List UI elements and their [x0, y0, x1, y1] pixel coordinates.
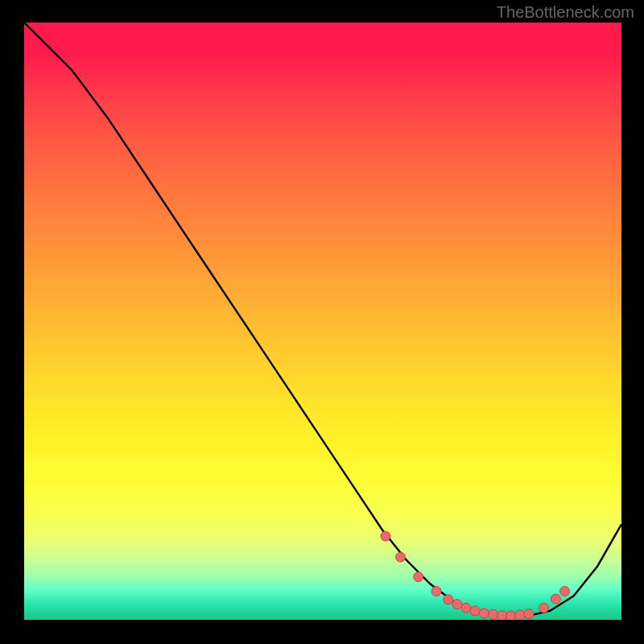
watermark-text: TheBottleneck.com	[497, 3, 634, 22]
chart-plot-area	[24, 23, 621, 620]
chart-marker-dot	[560, 586, 570, 596]
chart-marker-dot	[515, 610, 525, 620]
chart-marker-dot	[470, 606, 480, 616]
chart-marker-dot	[489, 609, 498, 619]
chart-marker-dot	[452, 600, 462, 609]
chart-marker-dot	[524, 609, 534, 619]
chart-marker-dot	[444, 595, 453, 605]
chart-marker-dot	[431, 586, 441, 596]
chart-marker-dot	[381, 531, 390, 541]
chart-marker-dot	[539, 603, 549, 613]
chart-marker-dot	[396, 552, 406, 562]
chart-marker-dot	[551, 594, 560, 604]
chart-marker-dot	[497, 611, 507, 620]
chart-marker-dot	[461, 603, 471, 613]
chart-marker-dot	[414, 572, 423, 582]
chart-curve	[24, 23, 621, 617]
chart-marker-dot	[479, 609, 489, 618]
chart-marker-dot	[506, 611, 516, 620]
chart-overlay-svg	[24, 23, 621, 620]
chart-markers	[381, 531, 570, 620]
